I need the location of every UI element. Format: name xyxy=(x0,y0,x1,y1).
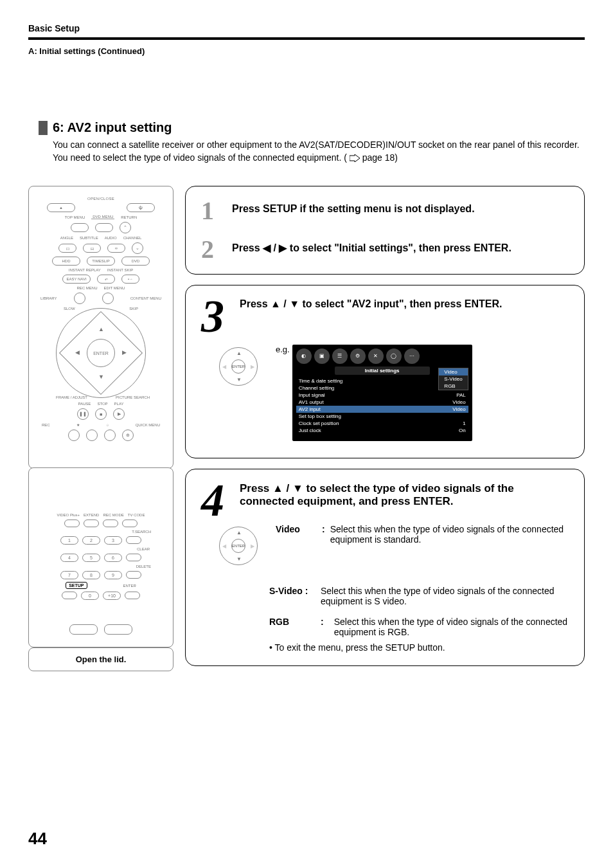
osd-panel: Video S-Video RGB xyxy=(438,368,468,390)
step-number-4: 4 xyxy=(201,482,233,520)
key-7[interactable]: 7 xyxy=(60,571,78,579)
rec-mode-label: REC MODE xyxy=(103,513,123,517)
section-label: Basic Setup xyxy=(28,23,585,33)
svg-marker-0 xyxy=(350,154,360,162)
enter-button[interactable]: ENTER xyxy=(87,339,115,367)
return-button[interactable]: ⌃ xyxy=(120,222,131,233)
page-ref-arrow-icon xyxy=(350,154,360,162)
subtitle-button[interactable]: ⊟ xyxy=(83,244,101,253)
open-close-label: OPEN/CLOSE xyxy=(35,197,166,201)
heading-text: 6: AV2 input setting xyxy=(53,120,172,135)
eject-button[interactable]: ▲ xyxy=(47,203,75,212)
osd-title: Initial settings xyxy=(335,366,430,375)
intro-a: You can connect a satellite receiver or … xyxy=(53,140,580,163)
nav-down-icon: ▼ xyxy=(236,377,242,383)
step-4-text: Press ▲ / ▼ to select the type of video … xyxy=(240,482,569,508)
subtitle-label: SUBTITLE xyxy=(80,236,98,240)
osd-icon-3: ☰ xyxy=(332,348,348,364)
osd-icon-6: ◯ xyxy=(386,348,402,364)
content-menu-button[interactable] xyxy=(102,293,114,304)
osd-icon-row: ◐ ▣ ☰ ⚙ ✕ ◯ ⋯ xyxy=(296,348,468,364)
setup-label-box: SETUP xyxy=(66,582,87,589)
opt-svideo-desc: Select this when the type of video signa… xyxy=(321,586,569,606)
nav-right-icon-4: ▶ xyxy=(251,543,254,549)
foot-button-1[interactable] xyxy=(69,624,98,635)
content-menu-label: CONTENT MENU xyxy=(130,296,161,300)
key-3[interactable]: 3 xyxy=(104,536,122,545)
library-button[interactable] xyxy=(74,293,85,304)
key-9[interactable]: 9 xyxy=(104,571,122,579)
return-label: RETURN xyxy=(121,215,137,219)
video-plus-button[interactable] xyxy=(64,520,80,527)
enter-key-button[interactable] xyxy=(125,592,140,599)
pause-button[interactable]: ❚❚ xyxy=(77,408,89,420)
play-button[interactable]: ▶ xyxy=(113,408,125,420)
t-search-button[interactable] xyxy=(126,536,141,544)
foot-button-2[interactable] xyxy=(104,624,132,635)
rec-button[interactable] xyxy=(68,429,80,441)
key-1[interactable]: 1 xyxy=(60,536,78,545)
osd-panel-opt-1: S-Video xyxy=(439,375,467,383)
hdd-button[interactable]: HDD xyxy=(52,257,80,266)
nav-right-icon: ▶ xyxy=(251,364,254,370)
instant-skip-button[interactable]: •→ xyxy=(121,275,139,284)
nav-enter-label: ENTER xyxy=(231,359,245,374)
intro-paragraph: You can connect a satellite receiver or … xyxy=(53,139,585,164)
tv-code-button[interactable] xyxy=(122,520,138,527)
t-search-label: T.SEARCH xyxy=(35,530,166,534)
stop-button[interactable]: ■ xyxy=(95,408,107,420)
timeslip-button[interactable]: TIMESLIP xyxy=(87,257,115,266)
nav-pad[interactable]: ENTER ▲ ▼ ◀ ▶ SLOW SKIP FRAME / ADJUST P… xyxy=(56,308,146,398)
circle-button[interactable] xyxy=(104,429,116,441)
down-arrow-icon: ▼ xyxy=(98,374,104,380)
remote-upper: OPEN/CLOSE ▲ ⏻ TOP MENU DVD MENU RETURN … xyxy=(28,186,173,469)
delete-label: DELETE xyxy=(35,565,166,568)
star-button[interactable] xyxy=(86,429,98,441)
power-button[interactable]: ⏻ xyxy=(127,203,155,212)
left-arrow-icon: ◀ xyxy=(75,349,80,356)
easy-navi-button[interactable]: EASY NAVI xyxy=(62,275,91,284)
key-plus10[interactable]: +10 xyxy=(103,592,121,600)
instant-replay-button[interactable]: ↶ xyxy=(97,275,115,284)
steps-column: 1 Press SETUP if the setting menu is not… xyxy=(185,186,585,676)
dvd-menu-button[interactable] xyxy=(95,223,113,232)
osd-panel-opt-2: RGB xyxy=(439,383,467,390)
audio-button[interactable]: ∞ xyxy=(107,244,125,253)
tv-code-label: TV CODE xyxy=(128,513,145,517)
key-0[interactable]: 0 xyxy=(81,592,99,600)
osd-row-4: AV2 inputVideo xyxy=(296,406,468,413)
nav-down-icon-4: ▼ xyxy=(236,556,242,562)
quick-menu-button[interactable]: ⊕ xyxy=(122,429,134,441)
channel-down-button[interactable]: ⌄ xyxy=(132,242,143,254)
top-menu-button[interactable] xyxy=(71,223,89,232)
extend-button[interactable] xyxy=(84,520,99,527)
key-4[interactable]: 4 xyxy=(60,554,78,562)
osd-row-3: AV1 outputVideo xyxy=(296,399,468,406)
clear-button[interactable] xyxy=(126,554,141,561)
key-6[interactable]: 6 xyxy=(104,554,122,562)
angle-button[interactable]: ⊡ xyxy=(58,244,76,253)
key-8[interactable]: 8 xyxy=(82,571,100,579)
osd-icon-7: ⋯ xyxy=(404,348,420,364)
nav-enter-label-4: ENTER xyxy=(231,539,245,553)
heading-bar-icon xyxy=(39,121,48,135)
osd-row-2: Input signalPAL xyxy=(296,392,468,399)
rec-mode-button[interactable] xyxy=(103,520,118,527)
page-number: 44 xyxy=(28,829,47,849)
key-5[interactable]: 5 xyxy=(82,554,100,562)
dvd-button[interactable]: DVD xyxy=(121,257,150,266)
key-2[interactable]: 2 xyxy=(82,536,100,545)
step-box-4: 4 Press ▲ / ▼ to select the type of vide… xyxy=(185,469,585,667)
subtitle: A: Initial settings (Continued) xyxy=(28,46,585,56)
menu-labels-row: TOP MENU DVD MENU RETURN xyxy=(35,215,166,219)
rec-menu-label: REC MENU xyxy=(77,286,98,290)
right-arrow-icon: ▶ xyxy=(122,349,127,356)
setup-button[interactable] xyxy=(62,592,77,599)
nav-diagram-step3: ENTER ▲ ▼ ◀ ▶ xyxy=(214,345,263,402)
step-box-3: 3 Press ▲ / ▼ to select "AV2 input", the… xyxy=(185,285,585,458)
osd-icon-2: ▣ xyxy=(314,348,330,364)
remote-column: OPEN/CLOSE ▲ ⏻ TOP MENU DVD MENU RETURN … xyxy=(28,186,173,671)
nav-left-icon: ◀ xyxy=(222,364,226,370)
delete-button[interactable] xyxy=(126,571,141,579)
stop-label: STOP xyxy=(97,402,107,406)
